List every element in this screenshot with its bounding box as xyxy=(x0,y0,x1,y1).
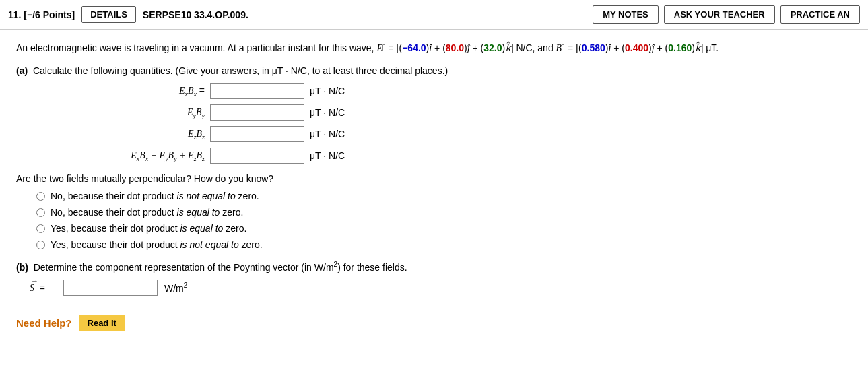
page-header: 11. [−/6 Points] DETAILS SERPSE10 33.4.O… xyxy=(0,0,868,30)
eq-label-ey-by: EyBy xyxy=(97,106,205,119)
problem-number: 11. [−/6 Points] xyxy=(8,9,75,20)
read-it-button[interactable]: Read It xyxy=(79,315,125,331)
content-area: An electromagnetic wave is traveling in … xyxy=(0,30,868,342)
radio-label-4[interactable]: Yes, because their dot product is not eq… xyxy=(51,239,263,250)
eq-label-ex-bx: ExBx = xyxy=(97,85,205,98)
radio-row-2: No, because their dot product is equal t… xyxy=(36,207,852,218)
radio-label-3[interactable]: Yes, because their dot product is equal … xyxy=(51,223,246,234)
part-b-label: (b) Determine the component representati… xyxy=(16,261,852,273)
unit-ez-bz: μT · N/C xyxy=(310,129,345,139)
eq-row-ez-bz: EzBz μT · N/C xyxy=(97,126,852,142)
input-ez-bz[interactable] xyxy=(210,126,304,142)
radio-no-not-equal[interactable] xyxy=(36,192,45,201)
problem-description: An electromagnetic wave is traveling in … xyxy=(16,40,852,56)
radio-row-1: No, because their dot product is not equ… xyxy=(36,191,852,201)
unit-ex-bx: μT · N/C xyxy=(310,86,345,96)
part-a-label: (a) Calculate the following quantities. … xyxy=(16,65,852,76)
input-sum[interactable] xyxy=(210,148,304,164)
ez-value: 32.0 xyxy=(483,42,502,53)
eq-label-ez-bz: EzBz xyxy=(97,128,205,141)
eq-row-ex-bx: ExBx = μT · N/C xyxy=(97,83,852,99)
radio-yes-not-equal[interactable] xyxy=(36,241,45,249)
my-notes-button[interactable]: MY NOTES xyxy=(593,5,659,24)
eq-row-sum: ExBx + EyBy + EzBz μT · N/C xyxy=(97,148,852,164)
ex-value: −64.0 xyxy=(402,42,426,53)
poynting-input[interactable] xyxy=(63,280,158,296)
radio-row-3: Yes, because their dot product is equal … xyxy=(36,223,852,234)
header-left: 11. [−/6 Points] DETAILS SERPSE10 33.4.O… xyxy=(8,6,586,23)
details-button[interactable]: DETAILS xyxy=(81,6,136,23)
bx-value: 0.580 xyxy=(582,42,605,53)
poynting-unit: W/m2 xyxy=(164,282,187,294)
perpendicular-question: Are the two fields mutually perpendicula… xyxy=(16,173,852,184)
radio-label-2[interactable]: No, because their dot product is equal t… xyxy=(51,207,243,218)
ask-teacher-button[interactable]: ASK YOUR TEACHER xyxy=(664,5,775,24)
by-value: 0.400 xyxy=(625,42,648,53)
ey-value: 80.0 xyxy=(446,42,464,53)
input-ex-bx[interactable] xyxy=(210,83,304,99)
eq-label-sum: ExBx + EyBy + EzBz xyxy=(97,150,205,162)
eq-row-ey-by: EyBy μT · N/C xyxy=(97,104,852,121)
bz-value: 0.160 xyxy=(668,42,692,53)
need-help-section: Need Help? Read It xyxy=(16,315,852,331)
radio-no-equal[interactable] xyxy=(36,208,45,217)
part-b: (b) Determine the component representati… xyxy=(16,261,852,296)
equation-table: ExBx = μT · N/C EyBy μT · N/C EzBz μT · … xyxy=(97,83,852,164)
problem-code: SERPSE10 33.4.OP.009. xyxy=(143,9,248,20)
radio-row-4: Yes, because their dot product is not eq… xyxy=(36,239,852,250)
poynting-row: → S = W/m2 xyxy=(30,280,852,296)
header-right: MY NOTES ASK YOUR TEACHER PRACTICE AN xyxy=(593,5,860,24)
practice-button[interactable]: PRACTICE AN xyxy=(780,5,860,24)
input-ey-by[interactable] xyxy=(210,104,304,121)
need-help-text: Need Help? xyxy=(16,317,72,329)
unit-sum: μT · N/C xyxy=(310,150,345,161)
radio-options: No, because their dot product is not equ… xyxy=(36,191,852,250)
radio-label-1[interactable]: No, because their dot product is not equ… xyxy=(51,191,259,201)
poynting-label: → S = xyxy=(30,282,57,294)
radio-yes-equal[interactable] xyxy=(36,224,45,233)
unit-ey-by: μT · N/C xyxy=(310,107,345,118)
e-field-label: E⃗ xyxy=(376,43,388,53)
